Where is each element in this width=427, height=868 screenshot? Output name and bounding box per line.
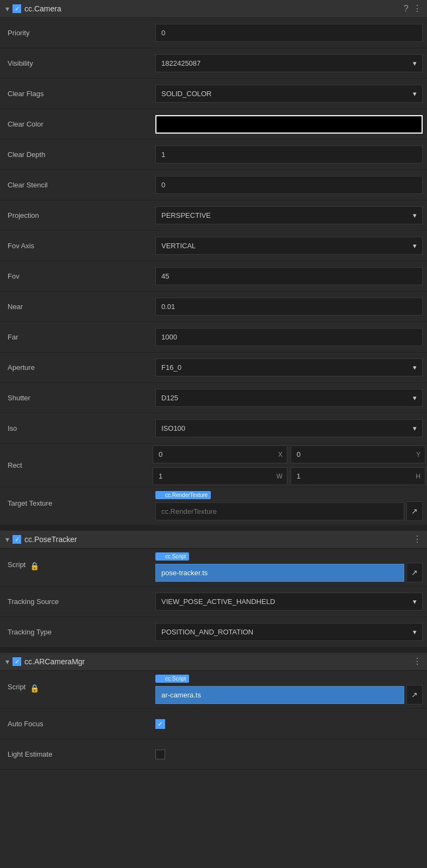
near-value xyxy=(151,294,427,319)
diamond-icon: ◆ xyxy=(159,492,163,498)
projection-row: Projection PERSPECTIVE ▾ xyxy=(0,200,427,231)
auto-focus-checkbox[interactable]: ✓ xyxy=(155,719,165,729)
aperture-select[interactable]: F16_0 ▾ xyxy=(155,358,423,376)
iso-label: Iso xyxy=(0,419,151,438)
tracking-type-value: POSITION_AND_ROTATION ▾ xyxy=(151,620,427,644)
tracking-type-label: Tracking Type xyxy=(0,622,151,641)
fov-axis-chevron: ▾ xyxy=(413,242,417,250)
target-texture-input[interactable] xyxy=(155,502,404,520)
aperture-value: F16_0 ▾ xyxy=(151,355,427,380)
camera-more-button[interactable]: ⋮ xyxy=(413,4,422,13)
camera-header-icons: ? ⋮ xyxy=(404,4,422,13)
projection-select[interactable]: PERSPECTIVE ▾ xyxy=(155,206,423,224)
clear-flags-select[interactable]: SOLID_COLOR ▾ xyxy=(155,85,423,103)
arcameramgr-more-button[interactable]: ⋮ xyxy=(413,657,422,666)
visibility-chevron: ▾ xyxy=(413,59,417,67)
clear-color-picker[interactable] xyxy=(155,115,423,134)
arcameramgr-script-link-button[interactable]: ↗ xyxy=(406,685,423,705)
aperture-row: Aperture F16_0 ▾ xyxy=(0,353,427,383)
clear-stencil-label: Clear Stencil xyxy=(0,175,151,194)
arcameramgr-script-value: ◆ cc.Script ↗ xyxy=(151,671,427,708)
auto-focus-row: Auto Focus ✓ xyxy=(0,709,427,739)
near-label: Near xyxy=(0,297,151,316)
pose-tracker-script-input[interactable] xyxy=(155,564,404,582)
diamond-icon-3: ◆ xyxy=(159,676,163,682)
clear-stencil-row: Clear Stencil xyxy=(0,170,427,200)
tracking-source-row: Tracking Source VIEW_POSE_ACTIVE_HANDHEL… xyxy=(0,587,427,617)
projection-chevron: ▾ xyxy=(413,211,417,219)
fov-input[interactable] xyxy=(155,267,423,285)
clear-depth-value xyxy=(151,142,427,167)
projection-label: Projection xyxy=(0,206,151,225)
visibility-label: Visibility xyxy=(0,54,151,73)
section-divider-1 xyxy=(0,525,427,531)
pose-tracker-script-input-row: ↗ xyxy=(155,563,423,582)
clear-stencil-input[interactable] xyxy=(155,176,423,194)
far-label: Far xyxy=(0,328,151,347)
rect-h-label: H xyxy=(411,473,425,480)
target-texture-value: ◆ cc.RenderTexture ↗ xyxy=(151,487,427,524)
rect-w-input[interactable] xyxy=(153,468,272,485)
fov-axis-row: Fov Axis VERTICAL ▾ xyxy=(0,231,427,261)
light-estimate-value xyxy=(151,746,427,763)
pose-tracker-script-link-button[interactable]: ↗ xyxy=(406,563,423,582)
clear-flags-value: SOLID_COLOR ▾ xyxy=(151,81,427,106)
pose-tracker-enabled-checkbox[interactable]: ✓ xyxy=(12,535,21,544)
auto-focus-label: Auto Focus xyxy=(0,714,151,733)
priority-row: Priority xyxy=(0,18,427,48)
iso-select[interactable]: ISO100 ▾ xyxy=(155,419,423,437)
rect-y-input[interactable] xyxy=(291,446,412,463)
shutter-select[interactable]: D125 ▾ xyxy=(155,389,423,407)
light-estimate-checkbox[interactable] xyxy=(155,750,165,759)
far-input[interactable] xyxy=(155,328,423,346)
priority-label: Priority xyxy=(0,23,151,42)
pose-tracker-collapse-chevron[interactable]: ▾ xyxy=(5,535,9,544)
camera-collapse-chevron[interactable]: ▾ xyxy=(5,4,9,13)
camera-help-button[interactable]: ? xyxy=(404,4,409,13)
rect-h-input[interactable] xyxy=(291,468,411,485)
arcameramgr-script-badge: ◆ cc.Script xyxy=(155,675,189,683)
arcameramgr-header-icons: ⋮ xyxy=(413,657,422,666)
rect-y-cell: Y xyxy=(291,445,425,463)
visibility-row: Visibility 1822425087 ▾ xyxy=(0,48,427,79)
arcameramgr-script-input-row: ↗ xyxy=(155,685,423,705)
rect-wh-row: W H xyxy=(151,466,427,487)
clear-stencil-value xyxy=(151,173,427,197)
tracking-source-value: VIEW_POSE_ACTIVE_HANDHELD ▾ xyxy=(151,589,427,614)
rect-x-label: X xyxy=(274,451,287,458)
pose-tracker-more-button[interactable]: ⋮ xyxy=(413,535,422,544)
arcameramgr-script-input[interactable] xyxy=(155,686,404,704)
rect-x-cell: X xyxy=(153,445,287,463)
target-texture-label: Target Texture xyxy=(0,487,151,513)
rect-row: Rect X Y W H xyxy=(0,444,427,487)
target-texture-link-button[interactable]: ↗ xyxy=(406,501,423,521)
visibility-value: 1822425087 ▾ xyxy=(151,51,427,76)
rect-y-label: Y xyxy=(412,451,425,458)
visibility-select[interactable]: 1822425087 ▾ xyxy=(155,54,423,72)
shutter-row: Shutter D125 ▾ xyxy=(0,383,427,413)
pose-tracker-script-badge: ◆ cc.Script xyxy=(155,552,189,561)
pose-tracker-component-title: cc.PoseTracker xyxy=(24,535,410,544)
clear-flags-row: Clear Flags SOLID_COLOR ▾ xyxy=(0,79,427,109)
arcameramgr-collapse-chevron[interactable]: ▾ xyxy=(5,657,9,666)
shutter-value: D125 ▾ xyxy=(151,386,427,410)
shutter-label: Shutter xyxy=(0,388,151,407)
priority-input[interactable] xyxy=(155,24,423,42)
arcameramgr-component-title: cc.ARCameraMgr xyxy=(24,657,410,666)
fov-axis-select[interactable]: VERTICAL ▾ xyxy=(155,237,423,255)
aperture-chevron: ▾ xyxy=(413,363,417,372)
rect-x-input[interactable] xyxy=(153,446,274,463)
tracking-type-select[interactable]: POSITION_AND_ROTATION ▾ xyxy=(155,623,423,641)
tracking-source-select[interactable]: VIEW_POSE_ACTIVE_HANDHELD ▾ xyxy=(155,593,423,611)
fov-axis-label: Fov Axis xyxy=(0,236,151,255)
clear-depth-row: Clear Depth xyxy=(0,140,427,170)
near-input[interactable] xyxy=(155,298,423,316)
pose-tracker-script-label: Script 🔒 xyxy=(0,549,151,576)
clear-color-row: Clear Color xyxy=(0,109,427,140)
arcameramgr-enabled-checkbox[interactable]: ✓ xyxy=(12,657,21,666)
far-value xyxy=(151,325,427,349)
shutter-chevron: ▾ xyxy=(413,394,417,402)
clear-depth-input[interactable] xyxy=(155,146,423,163)
camera-enabled-checkbox[interactable]: ✓ xyxy=(12,4,21,13)
arcameramgr-script-lock-icon: 🔒 xyxy=(30,684,39,693)
